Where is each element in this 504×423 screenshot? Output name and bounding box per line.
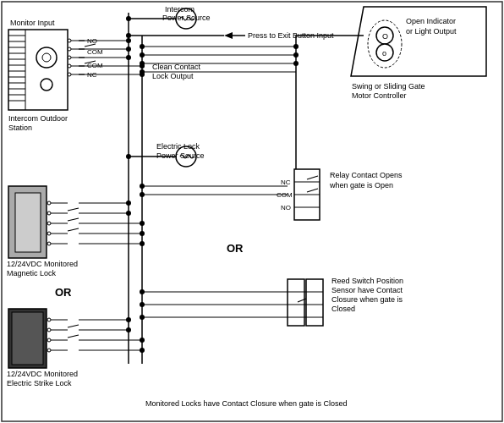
svg-point-66 — [47, 222, 51, 225]
svg-point-135 — [126, 38, 131, 43]
svg-rect-107 — [306, 279, 323, 326]
svg-point-165 — [140, 192, 145, 197]
svg-text:Swing or Sliding Gate: Swing or Sliding Gate — [352, 82, 425, 91]
svg-point-137 — [126, 47, 131, 52]
svg-text:Station: Station — [8, 124, 32, 132]
svg-text:Closure when gate is: Closure when gate is — [331, 295, 403, 304]
svg-point-82 — [47, 318, 51, 321]
svg-point-64 — [47, 201, 51, 205]
svg-rect-81 — [12, 312, 43, 365]
svg-point-149 — [140, 221, 145, 226]
svg-point-163 — [140, 184, 145, 189]
svg-text:NO: NO — [281, 204, 291, 212]
svg-text:or Light Output: or Light Output — [406, 27, 457, 36]
svg-text:Intercom: Intercom — [165, 5, 194, 14]
svg-text:Closed: Closed — [331, 305, 355, 313]
svg-text:Lock Output: Lock Output — [152, 72, 194, 80]
svg-point-143 — [140, 72, 145, 77]
svg-point-151 — [140, 231, 145, 236]
svg-text:Relay Contact Opens: Relay Contact Opens — [330, 171, 403, 179]
svg-text:o: o — [382, 49, 386, 58]
svg-text:OR: OR — [55, 286, 72, 299]
svg-point-17 — [41, 79, 52, 91]
svg-point-23 — [68, 73, 71, 76]
svg-text:Magnetic Lock: Magnetic Lock — [7, 269, 57, 277]
svg-text:Intercom Outdoor: Intercom Outdoor — [8, 114, 68, 123]
svg-point-155 — [126, 317, 131, 322]
svg-text:Motor Controller: Motor Controller — [352, 91, 407, 100]
svg-point-67 — [47, 232, 51, 235]
svg-point-22 — [68, 64, 71, 68]
svg-point-173 — [126, 154, 131, 159]
svg-point-159 — [140, 338, 145, 343]
svg-point-21 — [68, 56, 71, 59]
svg-text:Monitor Input: Monitor Input — [10, 19, 55, 27]
svg-rect-63 — [15, 193, 41, 252]
svg-text:12/24VDC Monitored: 12/24VDC Monitored — [7, 260, 78, 268]
svg-text:OR: OR — [227, 242, 244, 255]
svg-point-139 — [126, 55, 131, 60]
svg-text:Power Source: Power Source — [162, 14, 211, 22]
svg-point-161 — [140, 348, 145, 353]
svg-point-169 — [140, 302, 145, 307]
svg-point-131 — [293, 52, 299, 58]
svg-point-20 — [68, 47, 71, 51]
svg-text:Power Source: Power Source — [156, 151, 205, 160]
wiring-diagram: Monitor Input NO COM COM NC Intercom Out… — [0, 0, 504, 423]
svg-text:O: O — [382, 32, 388, 41]
svg-point-53 — [126, 33, 131, 38]
svg-point-65 — [47, 212, 51, 215]
svg-point-167 — [140, 289, 145, 294]
svg-text:NC: NC — [281, 179, 291, 186]
svg-point-84 — [47, 338, 51, 342]
svg-point-83 — [47, 328, 51, 332]
svg-point-157 — [126, 327, 131, 332]
svg-rect-106 — [288, 279, 304, 326]
svg-point-58 — [140, 44, 145, 49]
svg-text:Reed Switch Position: Reed Switch Position — [331, 277, 403, 285]
svg-point-16 — [42, 53, 51, 62]
svg-text:Monitored Locks have Contact C: Monitored Locks have Contact Closure whe… — [145, 399, 348, 408]
svg-point-51 — [126, 16, 131, 21]
svg-text:Electric Lock: Electric Lock — [156, 142, 200, 151]
svg-point-85 — [47, 349, 51, 352]
svg-text:12/24VDC Monitored: 12/24VDC Monitored — [7, 370, 78, 378]
svg-point-171 — [140, 315, 145, 320]
svg-point-19 — [68, 39, 71, 42]
svg-text:Sensor have Contact: Sensor have Contact — [331, 286, 403, 294]
svg-text:when gate is Open: when gate is Open — [329, 181, 393, 190]
svg-point-147 — [126, 211, 131, 216]
svg-point-145 — [126, 201, 131, 206]
svg-point-59 — [140, 52, 145, 58]
svg-point-133 — [293, 61, 299, 66]
svg-point-141 — [140, 63, 145, 69]
svg-point-68 — [47, 242, 51, 245]
svg-text:Electric Strike Lock: Electric Strike Lock — [7, 379, 72, 387]
svg-text:Open Indicator: Open Indicator — [406, 17, 456, 25]
svg-point-153 — [140, 241, 145, 246]
